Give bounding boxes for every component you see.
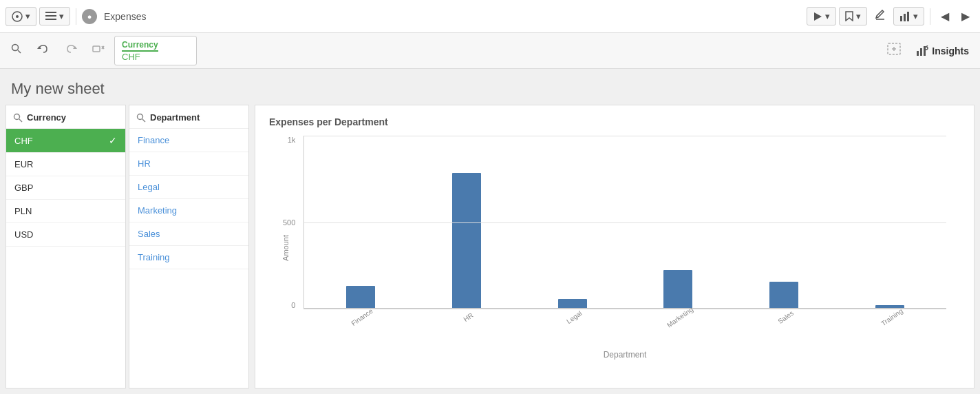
bar-marketing: [663, 270, 692, 309]
sheet-title-bar: My new sheet: [0, 69, 980, 105]
currency-panel-header: Currency: [6, 105, 125, 129]
chart-wrapper: Amount 1k 500 0: [303, 136, 946, 360]
app-logo: ●: [82, 9, 97, 24]
app-menu-button[interactable]: ▾: [6, 7, 36, 26]
dept-search-icon: [136, 113, 146, 123]
currency-item-gbp[interactable]: GBP: [6, 176, 125, 200]
svg-rect-3: [45, 15, 56, 17]
dept-panel-header: Department: [129, 105, 248, 129]
grid-line-mid: [304, 222, 946, 223]
dept-item-finance[interactable]: Finance: [129, 129, 248, 152]
svg-rect-7: [900, 16, 902, 21]
back-button[interactable]: ◀: [936, 6, 954, 26]
undo-btn[interactable]: [32, 39, 55, 62]
currency-filter-chip[interactable]: Currency CHF: [114, 36, 197, 65]
currency-item-usd[interactable]: USD: [6, 223, 125, 247]
svg-point-27: [138, 114, 143, 119]
x-label-legal: Legal: [522, 312, 621, 322]
svg-rect-2: [45, 12, 56, 13]
svg-rect-9: [907, 12, 909, 21]
bar-finance: [346, 286, 375, 309]
x-axis-title: Department: [303, 350, 946, 360]
currency-search-icon: [13, 113, 23, 123]
search-filter-btn[interactable]: [6, 39, 28, 62]
separator2: [930, 8, 930, 25]
pencil-icon: [875, 10, 886, 21]
x-label-hr: HR: [416, 312, 515, 322]
top-toolbar: ▾ ▾ ● Expenses ▾ ▾: [0, 0, 980, 33]
currency-panel-title: Currency: [27, 112, 66, 123]
grid-line-top: [304, 136, 946, 136]
redo-icon: [65, 43, 77, 54]
currency-item-pln[interactable]: PLN: [6, 200, 125, 223]
dropdown-arrow: ▾: [25, 11, 30, 21]
svg-point-1: [16, 15, 19, 18]
bar-sales: [769, 282, 798, 309]
chart-plot-area: [303, 136, 946, 309]
play-button[interactable]: ▾: [807, 7, 836, 25]
svg-line-11: [18, 50, 21, 53]
x-label-finance: Finance: [310, 312, 409, 322]
list-dropdown-arrow: ▾: [59, 11, 64, 21]
filter-bar-right: Insights: [882, 39, 974, 63]
dept-panel-title: Department: [150, 112, 200, 123]
x-label-training: Training: [840, 312, 939, 322]
insights-button[interactable]: Insights: [910, 43, 974, 59]
bar-hr: [452, 173, 481, 309]
chart-button[interactable]: ▾: [893, 7, 924, 25]
edit-button[interactable]: [870, 6, 891, 27]
play-icon: [813, 12, 822, 21]
dept-item-legal[interactable]: Legal: [129, 176, 248, 199]
currency-chip-value: CHF: [122, 52, 189, 62]
svg-point-25: [14, 114, 20, 119]
clear-icon: [92, 43, 105, 54]
separator1: [76, 8, 76, 25]
x-label-sales: Sales: [734, 312, 833, 322]
x-label-marketing: Marketing: [628, 312, 727, 322]
chart-title: Expenses per Department: [269, 116, 960, 127]
undo-icon: [37, 43, 50, 54]
chf-check: ✓: [109, 135, 117, 146]
insights-icon: [916, 45, 928, 56]
dept-item-hr[interactable]: HR: [129, 152, 248, 176]
filter-bar: Currency CHF Insights: [0, 33, 980, 69]
list-menu-button[interactable]: ▾: [39, 7, 70, 25]
svg-rect-14: [93, 46, 100, 52]
currency-item-eur[interactable]: EUR: [6, 153, 125, 176]
x-axis-labels: Finance HR Legal Marketing Sales Trainin…: [303, 312, 946, 322]
forward-button[interactable]: ▶: [957, 6, 974, 26]
svg-rect-20: [917, 51, 919, 56]
currency-item-chf[interactable]: CHF ✓: [6, 129, 125, 153]
dept-item-marketing[interactable]: Marketing: [129, 199, 248, 222]
compass-icon: [12, 11, 23, 22]
chart-icon: [899, 12, 910, 21]
svg-point-10: [12, 45, 19, 51]
clear-btn[interactable]: [87, 39, 110, 62]
svg-line-26: [19, 119, 22, 122]
svg-line-28: [142, 119, 145, 122]
bookmark-button[interactable]: ▾: [839, 7, 867, 25]
selection-area-btn[interactable]: [882, 39, 906, 63]
toolbar-right: ▾ ▾ ▾ ◀ ▶: [807, 6, 974, 27]
dept-item-sales[interactable]: Sales: [129, 222, 248, 246]
bookmark-icon: [845, 11, 853, 21]
dept-item-training[interactable]: Training: [129, 246, 248, 269]
app-title: Expenses: [104, 11, 146, 22]
grid-line-bottom: [304, 308, 946, 309]
toolbar-left: ▾ ▾ ● Expenses: [6, 7, 146, 26]
y-ticks: 1k 500 0: [283, 136, 295, 309]
svg-rect-21: [920, 48, 922, 56]
selection-icon: [887, 43, 901, 55]
currency-chip-label: Currency: [122, 40, 158, 52]
chart-panel: Expenses per Department Amount 1k 500 0: [255, 105, 974, 388]
redo-btn[interactable]: [59, 39, 83, 62]
main-content: Currency CHF ✓ EUR GBP PLN USD Departmen…: [0, 105, 980, 394]
filter-bar-left: Currency CHF: [6, 36, 197, 65]
svg-rect-4: [45, 19, 56, 20]
currency-panel: Currency CHF ✓ EUR GBP PLN USD: [6, 105, 126, 388]
search-icon: [11, 43, 22, 54]
bar-legal: [558, 299, 587, 309]
svg-line-24: [926, 45, 928, 47]
sheet-title: My new sheet: [11, 80, 969, 98]
svg-point-23: [925, 47, 928, 50]
